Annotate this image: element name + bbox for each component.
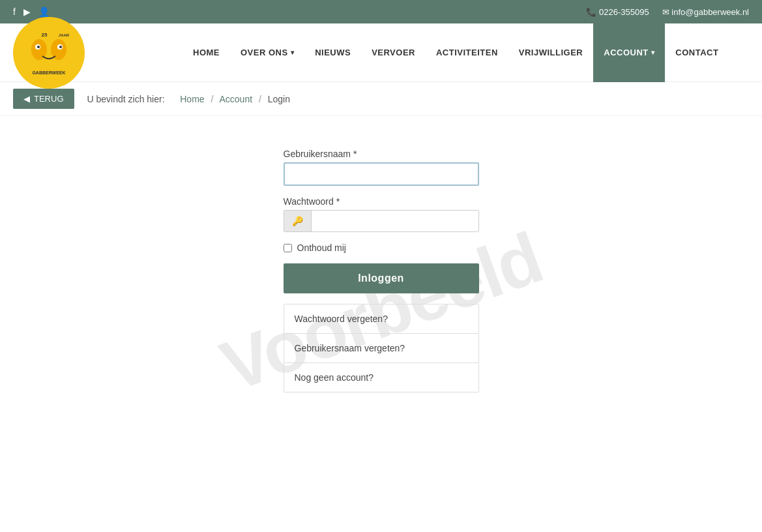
breadcrumb: U bevindt zich hier: Home / Account / Lo… (87, 94, 291, 104)
login-form: Gebruikersnaam * Wachtwoord * 🔑 Onthoud … (284, 149, 479, 475)
topbar-contact-info: 📞 0226-355095 ✉ info@gabberweek.nl (586, 7, 749, 17)
username-group: Gebruikersnaam * (284, 149, 479, 186)
nav-activiteiten[interactable]: ACTIVITEITEN (426, 23, 508, 82)
nav-links: HOME OVER ONS ▾ NIEUWS VERVOER ACTIVITEI… (183, 23, 729, 81)
forgot-password-link[interactable]: Wachtwoord vergeten? (284, 304, 478, 334)
chevron-down-icon-account: ▾ (651, 49, 655, 56)
main-content: Voorbeeld Gebruikersnaam * Wachtwoord * … (0, 116, 762, 507)
svg-text:GABBERWEEK: GABBERWEEK (32, 70, 65, 75)
breadcrumb-home[interactable]: Home (180, 94, 204, 104)
user-icon[interactable]: 👤 (38, 7, 50, 17)
username-label: Gebruikersnaam * (284, 149, 479, 159)
breadcrumb-bar: ◀ TERUG U bevindt zich hier: Home / Acco… (0, 82, 762, 116)
nav-home[interactable]: HOME (183, 23, 230, 82)
nav-account[interactable]: ACCOUNT ▾ (593, 23, 665, 82)
chevron-down-icon: ▾ (291, 49, 295, 56)
password-group: Wachtwoord * 🔑 (284, 196, 479, 232)
forgot-username-link[interactable]: Gebruikersnaam vergeten? (284, 334, 478, 363)
password-input[interactable] (312, 211, 478, 231)
svg-text:25: 25 (42, 32, 48, 38)
no-account-link[interactable]: Nog geen account? (284, 363, 478, 392)
youtube-icon[interactable]: ▶ (23, 7, 31, 17)
breadcrumb-account[interactable]: Account (220, 94, 253, 104)
navbar: 25 GABBERWEEK JAAR HOME OVER ONS ▾ NIEUW… (0, 23, 762, 82)
login-button[interactable]: Inloggen (284, 263, 479, 293)
extra-links-box: Wachtwoord vergeten? Gebruikersnaam verg… (284, 304, 479, 392)
email-address: ✉ info@gabberweek.nl (662, 7, 749, 17)
remember-me-label: Onthoud mij (297, 243, 346, 253)
facebook-icon[interactable]: f (13, 7, 16, 17)
logo-text: 25 GABBERWEEK JAAR (20, 22, 78, 83)
logo-wrap: 25 GABBERWEEK JAAR (13, 23, 91, 82)
topbar: f ▶ 👤 📞 0226-355095 ✉ info@gabberweek.nl (0, 0, 762, 23)
phone-icon: 📞 (586, 7, 596, 17)
svg-point-6 (59, 46, 62, 48)
back-button[interactable]: ◀ TERUG (13, 89, 74, 109)
remember-me-checkbox[interactable] (284, 244, 292, 252)
phone-number: 📞 0226-355095 (586, 7, 649, 17)
nav-contact[interactable]: CONTACT (665, 23, 729, 82)
nav-vrijwilliger[interactable]: VRIJWILLIGER (508, 23, 593, 82)
nav-vervoer[interactable]: VERVOER (361, 23, 426, 82)
nav-over-ons[interactable]: OVER ONS ▾ (230, 23, 304, 82)
remember-me-group: Onthoud mij (284, 243, 479, 253)
arrow-left-icon: ◀ (23, 94, 30, 104)
logo[interactable]: 25 GABBERWEEK JAAR (13, 17, 85, 89)
nav-nieuws[interactable]: NIEUWS (304, 23, 361, 82)
svg-point-5 (37, 46, 40, 48)
username-input[interactable] (284, 162, 479, 186)
email-icon: ✉ (662, 7, 669, 17)
key-icon: 🔑 (292, 216, 303, 226)
topbar-social-icons: f ▶ 👤 (13, 7, 50, 17)
breadcrumb-current: Login (268, 94, 290, 104)
svg-text:JAAR: JAAR (59, 33, 70, 37)
password-toggle-button[interactable]: 🔑 (284, 211, 312, 231)
password-field-wrap: 🔑 (284, 210, 479, 232)
password-label: Wachtwoord * (284, 196, 479, 207)
